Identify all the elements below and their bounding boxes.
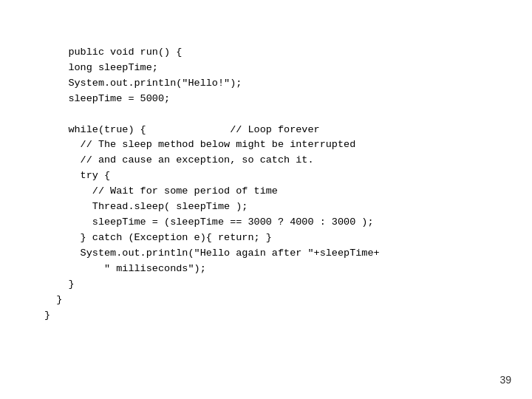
code-line-3: System.out.println("Hello!"); [44,78,242,89]
slide: public void run() { long sleepTime; Syst… [0,0,532,399]
code-line-11: sleepTime = (sleepTime == 3000 ? 4000 : … [44,216,374,228]
code-line-10: Thread.sleep( sleepTime ); [44,201,248,212]
code-line-8: try { [44,170,110,181]
code-line-13: System.out.println("Hello again after "+… [44,248,380,259]
code-line-7: // and cause an exception, so catch it. [44,154,314,166]
code-line-6: // The sleep method below might be inter… [44,139,355,150]
code-line-9: // Wait for some period of time [44,185,278,197]
code-line-15: } [44,279,75,290]
slide-number: 39 [499,374,511,386]
code-block: public void run() { long sleepTime; Syst… [44,30,380,338]
code-line-2: long sleepTime; [44,62,158,73]
code-line-4: sleepTime = 5000; [44,93,170,104]
code-line-12: } catch (Exception e){ return; } [44,232,272,243]
code-line-5: while(true) { // Loop forever [44,124,320,135]
code-line-17: } [44,310,50,321]
code-line-16: } [44,294,62,305]
code-line-1: public void run() { [68,47,182,58]
code-line-14: " milliseconds"); [44,263,206,274]
